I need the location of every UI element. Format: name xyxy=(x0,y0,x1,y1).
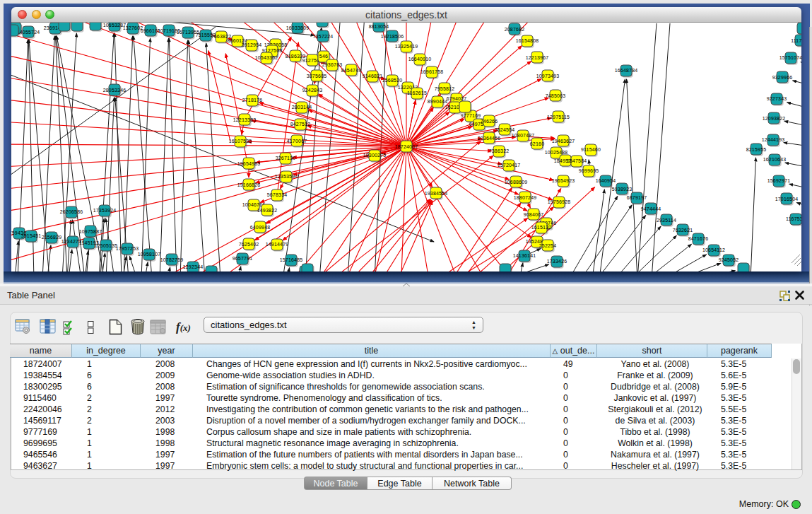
svg-text:1292344: 1292344 xyxy=(183,264,204,269)
svg-text:10958107: 10958107 xyxy=(138,252,161,257)
svg-text:10975887: 10975887 xyxy=(79,229,102,234)
svg-text:9242843: 9242843 xyxy=(302,88,323,93)
svg-text:15720417: 15720417 xyxy=(498,163,521,168)
svg-text:16154808: 16154808 xyxy=(516,38,539,43)
svg-text:14914479: 14914479 xyxy=(266,242,289,247)
svg-text:1117504: 1117504 xyxy=(791,38,801,43)
svg-text:2935114: 2935114 xyxy=(657,218,676,223)
svg-text:19756928: 19756928 xyxy=(548,199,571,204)
svg-text:12505135: 12505135 xyxy=(95,243,118,248)
svg-text:3912954: 3912954 xyxy=(242,42,262,47)
svg-text:7857224: 7857224 xyxy=(313,34,334,39)
svg-text:20364456: 20364456 xyxy=(478,136,501,141)
svg-text:16640910: 16640910 xyxy=(408,57,432,62)
svg-text:4170067: 4170067 xyxy=(287,139,307,144)
svg-text:13325419: 13325419 xyxy=(395,44,418,49)
svg-text:17016504: 17016504 xyxy=(775,197,799,201)
svg-text:8215955: 8215955 xyxy=(746,147,767,152)
svg-text:9245052: 9245052 xyxy=(719,257,739,262)
svg-text:16210643: 16210643 xyxy=(763,157,787,162)
svg-text:8813054: 8813054 xyxy=(369,24,389,29)
svg-text:19654985: 19654985 xyxy=(237,161,261,166)
svg-text:10543362: 10543362 xyxy=(255,55,278,60)
svg-text:2718176: 2718176 xyxy=(242,98,263,103)
svg-text:15751074: 15751074 xyxy=(779,55,801,60)
svg-text:1162615: 1162615 xyxy=(407,90,427,95)
svg-text:7632621: 7632621 xyxy=(673,228,693,233)
svg-text:14136141: 14136141 xyxy=(513,253,536,258)
svg-text:8427512: 8427512 xyxy=(290,122,311,127)
svg-text:9329966: 9329966 xyxy=(772,75,793,80)
svg-text:19166826: 19166826 xyxy=(237,182,261,187)
svg-text:10654112: 10654112 xyxy=(702,247,725,252)
svg-text:6879197: 6879197 xyxy=(627,195,647,200)
svg-text:1640954: 1640954 xyxy=(596,178,616,183)
svg-text:1615132: 1615132 xyxy=(531,225,552,230)
svg-text:14055724: 14055724 xyxy=(17,30,40,35)
svg-text:546: 546 xyxy=(319,54,328,59)
svg-text:19384554: 19384554 xyxy=(425,191,448,196)
svg-text:12093822: 12093822 xyxy=(763,116,786,121)
svg-text:7485063: 7485063 xyxy=(546,93,566,98)
svg-text:8454749: 8454749 xyxy=(341,68,362,73)
svg-text:1493822: 1493822 xyxy=(257,208,278,213)
svg-text:6409948: 6409948 xyxy=(250,225,271,230)
svg-text:2936763: 2936763 xyxy=(322,62,343,67)
svg-text:9084067: 9084067 xyxy=(524,212,544,217)
svg-text:7386322: 7386322 xyxy=(489,148,510,153)
svg-text:9146821: 9146821 xyxy=(363,74,383,78)
svg-text:10973493: 10973493 xyxy=(536,74,560,78)
svg-text:12213383: 12213383 xyxy=(233,117,257,122)
svg-text:1167533: 1167533 xyxy=(786,216,801,221)
svg-text:252254: 252254 xyxy=(539,243,557,248)
svg-text:1847584: 1847584 xyxy=(567,158,587,163)
svg-text:9777169: 9777169 xyxy=(461,113,481,118)
svg-text:19218506: 19218506 xyxy=(381,34,404,39)
svg-text:9474444: 9474444 xyxy=(641,206,661,211)
svg-text:16961758: 16961758 xyxy=(420,69,444,74)
svg-text:12213967: 12213967 xyxy=(526,55,549,60)
svg-text:62160: 62160 xyxy=(530,141,544,146)
svg-text:2156829: 2156829 xyxy=(42,235,62,240)
svg-text:9227343: 9227343 xyxy=(767,96,787,101)
svg-text:10688609: 10688609 xyxy=(505,180,528,185)
svg-text:26206586: 26206586 xyxy=(60,209,83,214)
svg-text:16107535: 16107535 xyxy=(229,139,252,144)
svg-text:6794027: 6794027 xyxy=(447,96,467,101)
svg-text:8990444: 8990444 xyxy=(428,99,448,104)
svg-text:15716485: 15716485 xyxy=(280,257,303,262)
svg-text:12975115: 12975115 xyxy=(547,115,570,119)
svg-text:16648784: 16648784 xyxy=(615,68,638,73)
svg-text:2803144: 2803144 xyxy=(292,105,312,110)
svg-text:28053346: 28053346 xyxy=(103,88,126,93)
svg-text:18724007: 18724007 xyxy=(395,144,418,149)
svg-text:3624554: 3624554 xyxy=(495,127,515,132)
svg-text:7955812: 7955812 xyxy=(435,86,455,91)
svg-text:10782759: 10782759 xyxy=(160,257,184,262)
svg-text:9699695: 9699695 xyxy=(579,168,599,173)
svg-text:18807249: 18807249 xyxy=(514,195,537,200)
svg-text:19654923: 19654923 xyxy=(552,178,575,183)
svg-text:1733426: 1733426 xyxy=(547,259,567,264)
svg-text:17957253: 17957253 xyxy=(116,246,139,251)
svg-text:10807487: 10807487 xyxy=(512,133,535,138)
svg-text:18300275: 18300275 xyxy=(363,153,387,158)
svg-text:9657791: 9657791 xyxy=(233,256,253,261)
svg-text:19463627: 19463627 xyxy=(552,139,575,144)
svg-text:15692971: 15692971 xyxy=(767,178,791,183)
svg-text:9115460: 9115460 xyxy=(581,147,601,152)
svg-text:10025488: 10025488 xyxy=(545,150,568,155)
svg-text:3875685: 3875685 xyxy=(307,74,327,78)
svg-text:1568520: 1568520 xyxy=(382,78,403,83)
svg-text:12353594: 12353594 xyxy=(275,174,298,179)
svg-text:8471676: 8471676 xyxy=(688,236,709,241)
svg-text:3267130: 3267130 xyxy=(276,156,296,160)
svg-text:17353924: 17353924 xyxy=(93,208,117,213)
svg-text:12444193: 12444193 xyxy=(762,137,785,142)
svg-text:5938923: 5938923 xyxy=(612,187,632,192)
svg-text:7625402: 7625402 xyxy=(239,242,259,247)
svg-text:5678334: 5678334 xyxy=(267,192,288,197)
svg-text:3915451: 3915451 xyxy=(21,233,42,238)
svg-text:2087682: 2087682 xyxy=(505,27,525,32)
svg-text:746266: 746266 xyxy=(481,119,498,124)
